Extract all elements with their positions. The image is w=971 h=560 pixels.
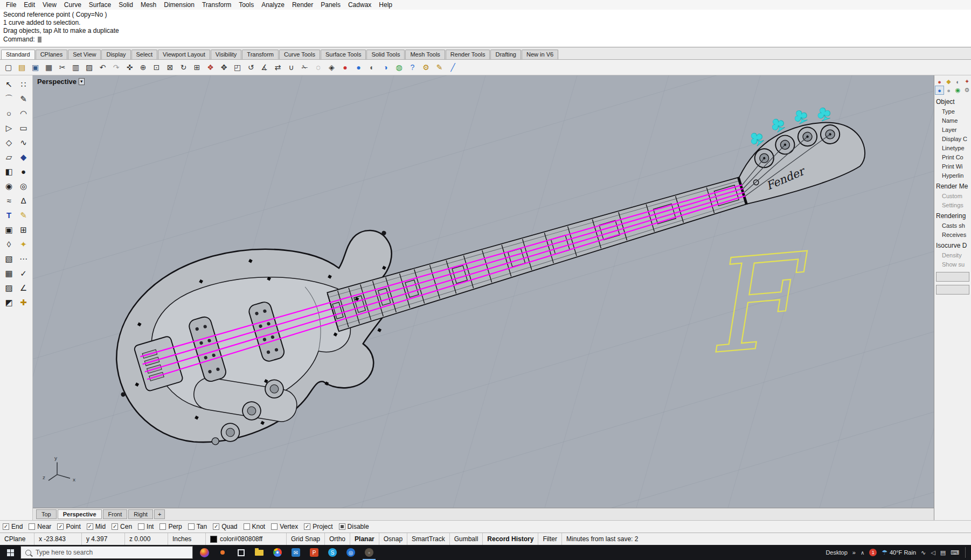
plane-icon[interactable]: ▱ xyxy=(2,150,16,164)
tray-icon-0[interactable]: ∿ xyxy=(921,549,926,556)
panel-row-print-co[interactable]: Print Co xyxy=(934,152,971,162)
toolbar-tab-viewport-layout[interactable]: Viewport Layout xyxy=(158,50,210,59)
tray-icon-1[interactable]: ◁ xyxy=(931,549,935,556)
osnap-cen[interactable]: ✓Cen xyxy=(112,523,132,530)
spotlight-icon[interactable]: ✦ xyxy=(16,237,31,251)
help-icon[interactable]: ? xyxy=(406,61,419,74)
toolbar-tab-render-tools[interactable]: Render Tools xyxy=(446,50,490,59)
rectangle-icon[interactable]: ▭ xyxy=(16,121,31,135)
save-icon[interactable]: ▣ xyxy=(29,61,42,74)
osnap-checkbox[interactable] xyxy=(244,523,250,530)
menu-render[interactable]: Render xyxy=(288,0,317,10)
osnap-mid[interactable]: ✓Mid xyxy=(87,523,106,530)
copy-object-icon[interactable]: ◰ xyxy=(231,61,244,74)
panel-row-density[interactable]: Density xyxy=(934,250,971,260)
viewport-tab-front[interactable]: Front xyxy=(103,509,128,519)
menu-surface[interactable]: Surface xyxy=(85,0,115,10)
osnap-near[interactable]: Near xyxy=(29,523,51,530)
toolbar-tab-set-view[interactable]: Set View xyxy=(68,50,101,59)
surface-corner-icon[interactable]: ◆ xyxy=(16,150,31,164)
z-coordinate[interactable]: z 0.000 xyxy=(125,533,168,545)
more-tools-icon[interactable]: ⋯ xyxy=(16,251,31,266)
sphere-icon[interactable]: ● xyxy=(16,164,31,179)
panel-button[interactable] xyxy=(936,285,969,295)
fender-logo-outline-curve[interactable]: F xyxy=(698,226,818,382)
render-preview-icon[interactable]: ● xyxy=(352,61,365,74)
osnap-checkbox[interactable]: ✓ xyxy=(112,523,118,530)
record-history-toggle[interactable]: Record History xyxy=(483,533,538,545)
menu-panels[interactable]: Panels xyxy=(317,0,344,10)
menu-curve[interactable]: Curve xyxy=(60,0,85,10)
text-tool-icon[interactable]: T xyxy=(2,208,16,222)
viewport-tab-top[interactable]: Top xyxy=(36,509,57,519)
toolbar-tab-solid-tools[interactable]: Solid Tools xyxy=(366,50,405,59)
notes-icon[interactable]: ✎ xyxy=(433,61,446,74)
pan-icon[interactable]: ✜ xyxy=(123,61,136,74)
panel-row-print-wi[interactable]: Print Wi xyxy=(934,162,971,171)
task-view-taskbar-icon[interactable] xyxy=(232,545,250,560)
array-icon[interactable]: ⊞ xyxy=(16,222,31,237)
cortana-taskbar-icon[interactable] xyxy=(195,545,213,560)
fillet-icon[interactable]: ∆ xyxy=(16,193,31,208)
gumball-toggle[interactable]: Gumball xyxy=(450,533,483,545)
panel-row-linetype[interactable]: Linetype xyxy=(934,143,971,152)
move-icon[interactable]: ✥ xyxy=(217,61,231,74)
viewport-canvas[interactable]: Perspective ▾ F xyxy=(33,75,934,508)
help-panel-tab-icon[interactable]: ✦ xyxy=(963,78,971,86)
layer-panel-icon[interactable]: ⊞ xyxy=(190,61,204,74)
osnap-disable[interactable]: Disable xyxy=(339,523,369,530)
pinned-dot-taskbar-icon[interactable] xyxy=(213,545,232,560)
grid-tool-icon[interactable]: ▦ xyxy=(2,266,16,281)
menu-dimension[interactable]: Dimension xyxy=(160,0,198,10)
command-input[interactable]: Command: xyxy=(3,35,968,44)
desktop-toolbar-label[interactable]: Desktop xyxy=(826,549,847,556)
mail-taskbar-icon[interactable]: ✉ xyxy=(287,545,305,560)
properties-panel-tab-icon[interactable]: ● xyxy=(935,78,944,86)
viewport-tab-perspective[interactable]: Perspective xyxy=(58,509,102,519)
osnap-vertex[interactable]: Vertex xyxy=(271,523,298,530)
hide-icon[interactable]: ◌ xyxy=(311,61,325,74)
powerpoint-taskbar-icon[interactable]: P xyxy=(305,545,323,560)
trim-icon[interactable]: ✁ xyxy=(298,61,311,74)
scale-icon[interactable]: ∡ xyxy=(258,61,271,74)
lock-icon[interactable]: ◈ xyxy=(325,61,338,74)
toolbar-tab-drafting[interactable]: Drafting xyxy=(490,50,521,59)
rotate-object-icon[interactable]: ↺ xyxy=(244,61,258,74)
surface-tools-icon[interactable]: ≈ xyxy=(2,193,16,208)
texture-panel-tab-icon[interactable]: ◉ xyxy=(954,86,962,94)
skype-taskbar-icon[interactable]: S xyxy=(323,545,342,560)
environment-icon[interactable]: ◍ xyxy=(392,61,406,74)
osnap-checkbox[interactable] xyxy=(159,523,166,530)
osnap-checkbox[interactable]: ✓ xyxy=(87,523,93,530)
panel-row-layer[interactable]: Layer xyxy=(934,125,971,134)
menu-transform[interactable]: Transform xyxy=(198,0,235,10)
cplane-pane[interactable]: CPlane xyxy=(0,533,34,545)
settings-panel-tab-icon[interactable]: ⚙ xyxy=(963,86,971,94)
toolbar-tab-new-in-v6[interactable]: New in V6 xyxy=(522,50,558,59)
toolbar-tab-visibility[interactable]: Visibility xyxy=(211,50,242,59)
polygon-icon[interactable]: ◇ xyxy=(2,135,16,150)
torus-icon[interactable]: ◎ xyxy=(16,179,31,193)
smarttrack-toggle[interactable]: SmartTrack xyxy=(407,533,450,545)
angle-tool-icon[interactable]: ∠ xyxy=(16,281,31,295)
mesh-tool-icon[interactable]: ▨ xyxy=(2,281,16,295)
osnap-knot[interactable]: Knot xyxy=(244,523,266,530)
menu-file[interactable]: File xyxy=(2,0,20,10)
osnap-checkbox[interactable]: ✓ xyxy=(213,523,219,530)
command-history[interactable]: Second reference point ( Copy=No ) 1 cur… xyxy=(0,10,971,47)
new-file-icon[interactable]: ▢ xyxy=(2,61,15,74)
line-tool-icon[interactable]: ╱ xyxy=(446,61,460,74)
viewport-tab-right[interactable]: Right xyxy=(128,509,153,519)
x-coordinate[interactable]: x -23.843 xyxy=(34,533,82,545)
panel-row-custom[interactable]: Custom xyxy=(934,191,971,200)
ortho-toggle[interactable]: Ortho xyxy=(325,533,350,545)
menu-solid[interactable]: Solid xyxy=(115,0,137,10)
units-pane[interactable]: Inches xyxy=(168,533,206,545)
osnap-checkbox[interactable]: ✓ xyxy=(3,523,9,530)
osnap-checkbox[interactable] xyxy=(29,523,35,530)
osnap-int[interactable]: Int xyxy=(138,523,154,530)
tray-icon-3[interactable]: ⌨ xyxy=(951,549,959,556)
select-points-icon[interactable]: ∷ xyxy=(16,77,31,92)
panel-row-type[interactable]: Type xyxy=(934,107,971,116)
gimp-taskbar-icon[interactable]: ◦ xyxy=(360,545,378,560)
